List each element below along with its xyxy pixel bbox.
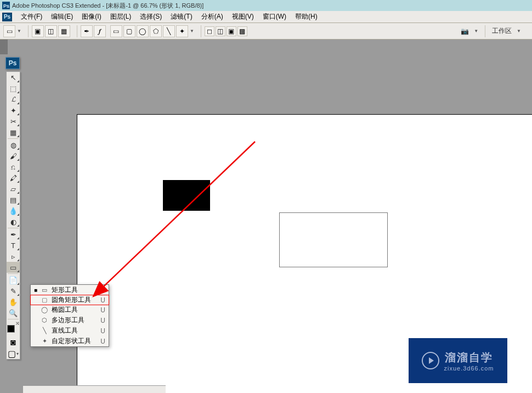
type-tool[interactable]: T [7, 240, 20, 251]
shape-outline-rectangle[interactable] [279, 212, 388, 267]
menu-edit[interactable]: 编辑(E) [47, 11, 77, 23]
flyout-shortcut: U [99, 317, 105, 324]
screenshot-icon: 📷 [459, 27, 471, 35]
path-subtract[interactable]: ◫ [216, 26, 225, 36]
swap-colors-icon[interactable]: ⤭ [15, 321, 20, 326]
mode-fill-pixels[interactable]: ▦ [58, 25, 70, 37]
shape-line[interactable]: ╲ [163, 25, 175, 37]
move-tool[interactable]: ↖ [7, 72, 20, 83]
menu-layer[interactable]: 图层(L) [106, 11, 136, 23]
brush-tool[interactable]: 🖌 [7, 150, 20, 161]
ps-menu-icon[interactable]: Ps [2, 13, 12, 21]
separator [8, 138, 19, 139]
crop-tool[interactable]: ✂ [7, 116, 20, 127]
shape-mode-group: ▣ ◫ ▦ [32, 25, 73, 37]
options-bar: ▭ ▼ ▣ ◫ ▦ ✒ 𝒇 ▭ ▢ ◯ ⬠ ╲ ✦ ▼ ◻ ◫ ▣ ▩ 📷 ▼ … [0, 23, 532, 40]
panel-ps-icon[interactable]: Ps [5, 57, 20, 69]
flyout-label: 矩形工具 [52, 285, 95, 295]
menu-window[interactable]: 窗口(W) [258, 11, 291, 23]
preset-dropdown-icon[interactable]: ▼ [17, 29, 21, 33]
shape-rectangle[interactable]: ▭ [110, 25, 122, 37]
zoom-tool[interactable]: 🔍 [7, 307, 20, 318]
mode-paths[interactable]: ◫ [45, 25, 57, 37]
menu-analysis[interactable]: 分析(A) [197, 11, 228, 23]
pen-group: ✒ 𝒇 [81, 25, 109, 37]
magic-wand-tool[interactable]: ✦ [7, 105, 20, 116]
path-op-group: ◻ ◫ ▣ ▩ [205, 26, 251, 36]
pen-tool[interactable]: ✒ [7, 229, 20, 240]
flyout-line-tool[interactable]: ╲ 直线工具 U [31, 325, 109, 336]
menu-view[interactable]: 视图(V) [228, 11, 258, 23]
history-brush-tool[interactable]: 🖍 [7, 172, 20, 183]
mode-shape-layers[interactable]: ▣ [32, 25, 44, 37]
shape-rounded-rect[interactable]: ▢ [123, 25, 135, 37]
rect-icon: ▭ [41, 287, 48, 294]
screen-mode-toggle[interactable]: ▢▾ [7, 348, 20, 359]
tool-preset[interactable]: ▭ [3, 25, 15, 37]
path-exclude[interactable]: ▩ [237, 26, 247, 36]
shape-options-dropdown-icon[interactable]: ▼ [190, 29, 194, 33]
separator [8, 273, 19, 274]
shape-polygon[interactable]: ⬠ [150, 25, 162, 37]
flyout-ellipse-tool[interactable]: ◯ 椭圆工具 U [31, 305, 109, 315]
status-bar [23, 385, 166, 393]
flyout-rounded-rectangle-tool[interactable]: ▢ 圆角矩形工具 U [30, 295, 109, 305]
freeform-pen-option[interactable]: 𝒇 [94, 25, 106, 37]
foreground-color[interactable] [7, 325, 15, 333]
shape-tool-group: ▭ ▢ ◯ ⬠ ╲ ✦ ▼ [110, 25, 197, 37]
custom-shape-icon: ✦ [41, 338, 48, 345]
rounded-rect-icon: ▢ [41, 296, 48, 304]
healing-brush-tool[interactable]: ◍ [7, 139, 20, 150]
ellipse-icon: ◯ [41, 306, 48, 314]
flyout-label: 圆角矩形工具 [52, 295, 95, 305]
flyout-rectangle-tool[interactable]: ■ ▭ 矩形工具 U [31, 285, 109, 295]
hand-tool[interactable]: ✋ [7, 296, 20, 307]
lasso-tool[interactable]: 𝓛 [7, 94, 20, 105]
eraser-tool[interactable]: ▱ [7, 183, 20, 194]
menu-file[interactable]: 文件(F) [16, 11, 47, 23]
flyout-label: 自定形状工具 [52, 336, 95, 346]
shape-black-rectangle[interactable] [163, 180, 210, 211]
svg-text:Ps: Ps [3, 3, 9, 9]
eyedropper-tool[interactable]: ✎ [7, 285, 20, 296]
path-selection-tool[interactable]: ▹ [7, 251, 20, 262]
shape-tool[interactable]: ▭ [7, 262, 20, 273]
path-intersect[interactable]: ▣ [227, 26, 236, 36]
flyout-label: 椭圆工具 [52, 305, 95, 315]
clone-stamp-tool[interactable]: ⎌ [7, 161, 20, 172]
quick-mask-toggle[interactable]: ◙ [7, 337, 20, 348]
marquee-tool[interactable]: ⬚ [7, 83, 20, 94]
pen-option[interactable]: ✒ [81, 25, 93, 37]
menu-help[interactable]: 帮助(H) [291, 11, 322, 23]
menu-image[interactable]: 图像(I) [77, 11, 105, 23]
watermark-title: 溜溜自学 [444, 350, 494, 365]
flyout-label: 多边形工具 [52, 316, 95, 325]
blur-tool[interactable]: 💧 [7, 205, 20, 216]
shape-tool-flyout: ■ ▭ 矩形工具 U ▢ 圆角矩形工具 U ◯ 椭圆工具 U ⬡ 多边形工具 U… [30, 284, 109, 347]
menu-select[interactable]: 选择(S) [135, 11, 166, 23]
line-icon: ╲ [41, 327, 48, 335]
color-swatches[interactable]: ⤭ [7, 322, 20, 336]
separator [8, 319, 19, 319]
watermark-url: zixue.3d66.com [444, 365, 494, 372]
toolbox: ↖ ⬚ 𝓛 ✦ ✂ ▦ ◍ 🖌 ⎌ 🖍 ▱ ▤ 💧 ◐ ✒ T ▹ ▭ 📄 ✎ … [6, 71, 20, 360]
flyout-polygon-tool[interactable]: ⬡ 多边形工具 U [31, 315, 109, 325]
slice-tool[interactable]: ▦ [7, 127, 20, 138]
workspace-label: 工作区 [490, 26, 514, 36]
separator [8, 228, 19, 228]
flyout-shortcut: U [99, 306, 105, 314]
divider [201, 25, 201, 37]
flyout-custom-shape-tool[interactable]: ✦ 自定形状工具 U [31, 336, 109, 346]
divider [485, 25, 485, 37]
menu-filter[interactable]: 滤镜(T) [166, 11, 196, 23]
shape-custom[interactable]: ✦ [176, 25, 188, 37]
dock-tab-strip[interactable] [0, 40, 8, 54]
divider [28, 25, 29, 37]
gradient-tool[interactable]: ▤ [7, 194, 20, 205]
notes-tool[interactable]: 📄 [7, 274, 20, 285]
flyout-shortcut: U [99, 338, 105, 345]
path-add[interactable]: ◻ [205, 26, 214, 36]
dodge-tool[interactable]: ◐ [7, 216, 20, 227]
workspace-selector[interactable]: 📷 ▼ 工作区 ▼ [459, 25, 529, 37]
shape-ellipse[interactable]: ◯ [137, 25, 149, 37]
